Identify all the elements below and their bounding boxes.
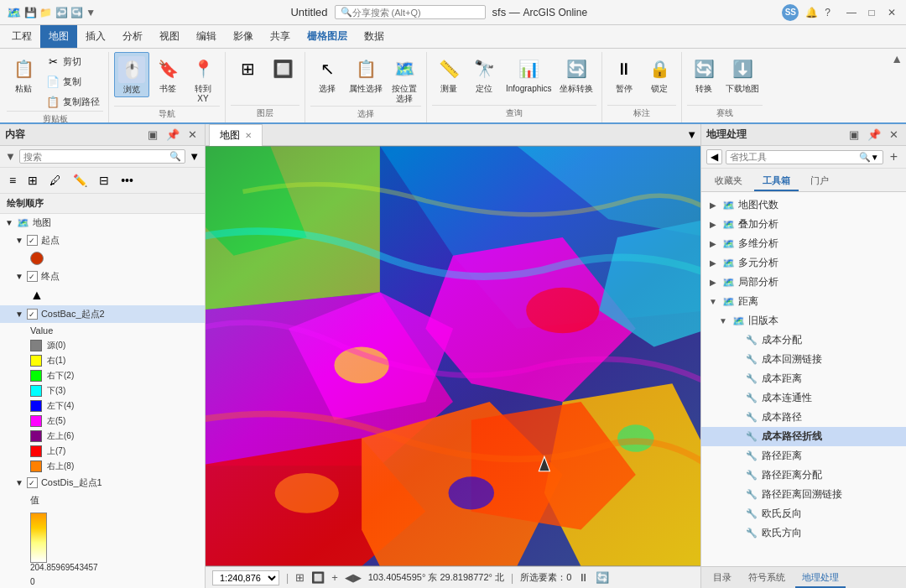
menu-edit[interactable]: 编辑	[188, 25, 225, 48]
global-search-input[interactable]	[352, 8, 470, 18]
gp-search-box[interactable]: 🔍 ▼	[726, 150, 883, 164]
costdis-toggle[interactable]: ▼	[15, 478, 23, 487]
tree-cost-path-poly[interactable]: 🔧 成本路径折线	[701, 427, 906, 446]
menu-share[interactable]: 共享	[262, 25, 299, 48]
layer-toolbar-table[interactable]: ⊞	[23, 171, 42, 190]
start-toggle[interactable]: ▼	[15, 236, 23, 245]
gp-tab-toolbox[interactable]: 工具箱	[754, 172, 799, 191]
layer-btn2[interactable]: 🔲	[266, 52, 299, 84]
tree-cost-conn[interactable]: 🔧 成本连通性	[701, 388, 906, 408]
layer-btn1[interactable]: ⊞	[231, 52, 264, 84]
end-toggle[interactable]: ▼	[15, 272, 23, 281]
menu-insert[interactable]: 插入	[77, 25, 114, 48]
download-map-button[interactable]: ⬇️ 下载地图	[722, 52, 763, 96]
map-tab-close[interactable]: ✕	[245, 131, 252, 140]
gp-search-input[interactable]	[730, 152, 859, 162]
browse-button[interactable]: 🖱️ 浏览	[114, 52, 149, 97]
scale-select[interactable]: 1:240,876	[212, 570, 279, 585]
start-checkbox[interactable]	[27, 235, 38, 246]
multivariate2-toggle[interactable]: ▶	[708, 258, 718, 268]
layer-item-start[interactable]: ▼ 起点	[0, 232, 205, 249]
gp-close-btn[interactable]: ✕	[887, 127, 901, 142]
notification-icon[interactable]: 🔔	[805, 7, 818, 18]
gp-bottom-tab-symbology[interactable]: 符号系统	[742, 569, 792, 588]
select-button[interactable]: ↖ 选择	[310, 52, 344, 96]
menu-raster-layer[interactable]: 栅格图层	[299, 25, 356, 48]
infographics-button[interactable]: 📊 Infographics	[502, 52, 555, 96]
left-panel-close-btn[interactable]: ✕	[185, 127, 200, 142]
tree-cost-path[interactable]: 🔧 成本路径	[701, 408, 906, 427]
pause-status-btn[interactable]: ⏸	[578, 571, 589, 584]
copy-button[interactable]: 📄 复制	[42, 72, 103, 91]
tree-multivariate2[interactable]: ▶ 🗺️ 多元分析	[701, 253, 906, 273]
measure-button[interactable]: 📏 测量	[432, 52, 466, 96]
costdis-checkbox[interactable]	[27, 477, 38, 488]
gp-tab-portal[interactable]: 门户	[802, 172, 837, 191]
costbac-toggle[interactable]: ▼	[15, 310, 23, 319]
status-btn1[interactable]: ⊞	[295, 571, 305, 584]
tree-path-dist-back[interactable]: 🔧 路径距离回溯链接	[701, 485, 906, 504]
gp-float-btn[interactable]: ▣	[846, 127, 862, 142]
bookmark-button[interactable]: 🔖 书签	[151, 52, 185, 96]
tree-map-algebra[interactable]: ▶ 🗺️ 地图代数	[701, 195, 906, 215]
multivariate-toggle[interactable]: ▶	[708, 239, 718, 248]
maximize-button[interactable]: □	[864, 5, 879, 20]
gp-tab-favorites[interactable]: 收藏夹	[706, 172, 751, 191]
tree-distance[interactable]: ▼ 🗺️ 距离	[701, 292, 906, 311]
coord-convert-button[interactable]: 🔄 坐标转换	[556, 52, 596, 96]
attr-select-button[interactable]: 📋 属性选择	[346, 52, 386, 96]
locate-button[interactable]: 🔭 定位	[467, 52, 501, 96]
global-search-box[interactable]: 🔍	[335, 5, 486, 19]
tree-euclidean-dir2[interactable]: 🔧 欧氏方向	[701, 523, 906, 543]
layer-item-end[interactable]: ▼ 终点	[0, 268, 205, 285]
gp-search-dropdown[interactable]: ▼	[871, 153, 879, 162]
tree-cost-alloc[interactable]: 🔧 成本分配	[701, 330, 906, 350]
convert-button[interactable]: 🔄 转换	[687, 52, 721, 96]
layer-toolbar-grid[interactable]: ⊟	[95, 171, 113, 190]
gp-add-button[interactable]: +	[887, 149, 901, 164]
legacy-toggle[interactable]: ▼	[718, 316, 728, 325]
distance-toggle[interactable]: ▼	[708, 297, 718, 306]
tree-cost-back-link[interactable]: 🔧 成本回溯链接	[701, 350, 906, 369]
map-tab[interactable]: 地图 ✕	[209, 124, 263, 146]
left-panel-auto-hide-btn[interactable]: 📌	[164, 127, 182, 142]
tree-overlay[interactable]: ▶ 🗺️ 叠加分析	[701, 215, 906, 234]
layer-item-costdis[interactable]: ▼ CostDis_起点1	[0, 474, 205, 492]
end-checkbox[interactable]	[27, 271, 38, 282]
menu-map[interactable]: 地图	[40, 25, 77, 48]
loc-select-button[interactable]: 🗺️ 按位置选择	[388, 52, 421, 106]
left-panel-float-btn[interactable]: ▣	[145, 127, 160, 142]
status-btn2[interactable]: 🔲	[311, 571, 325, 584]
layer-item-costbac[interactable]: ▼ CostBac_起点2	[0, 305, 205, 323]
layer-search-box[interactable]: 🔍	[19, 149, 185, 164]
gp-pin-btn[interactable]: 📌	[865, 127, 883, 142]
layer-item-map[interactable]: ▼ 🗺️ 地图	[0, 214, 205, 232]
map-tab-dropdown[interactable]: ▼	[686, 128, 697, 141]
close-button[interactable]: ✕	[884, 5, 899, 20]
user-badge[interactable]: SS	[782, 4, 799, 21]
map-toggle[interactable]: ▼	[5, 218, 13, 227]
layer-search-input[interactable]	[23, 152, 169, 162]
paste-button[interactable]: 📋 粘贴	[7, 52, 40, 96]
zoom-out-btn[interactable]: ◀▶	[345, 571, 362, 584]
cut-button[interactable]: ✂ 剪切	[42, 52, 103, 70]
layer-toolbar-filter[interactable]: ≡	[5, 171, 20, 190]
tree-legacy[interactable]: ▼ 🗺️ 旧版本	[701, 311, 906, 330]
menu-project[interactable]: 工程	[3, 25, 40, 48]
gp-bottom-tab-catalog[interactable]: 目录	[706, 569, 738, 588]
goto-xy-button[interactable]: 📍 转到XY	[186, 52, 220, 106]
map-algebra-toggle[interactable]: ▶	[708, 200, 718, 210]
tree-euclidean-dir[interactable]: 🔧 欧氏反向	[701, 504, 906, 523]
menu-imagery[interactable]: 影像	[225, 25, 262, 48]
copy-path-button[interactable]: 📋 复制路径	[42, 92, 103, 111]
refresh-btn[interactable]: 🔄	[596, 571, 609, 584]
gp-back-button[interactable]: ◀	[706, 149, 722, 164]
menu-view[interactable]: 视图	[151, 25, 188, 48]
costbac-checkbox[interactable]	[27, 309, 38, 320]
menu-analysis[interactable]: 分析	[114, 25, 151, 48]
ribbon-collapse-button[interactable]: ▲	[891, 52, 903, 65]
tree-local[interactable]: ▶ 🗺️ 局部分析	[701, 273, 906, 292]
help-icon[interactable]: ?	[825, 7, 830, 18]
menu-data[interactable]: 数据	[356, 25, 393, 48]
overlay-toggle[interactable]: ▶	[708, 220, 718, 229]
